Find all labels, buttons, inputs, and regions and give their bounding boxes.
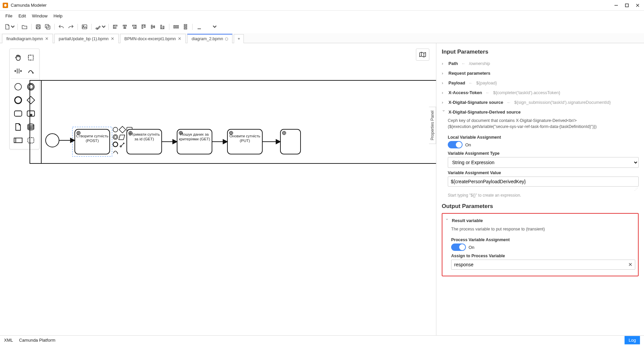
chevron-down-icon: ›: [441, 110, 446, 114]
data-object-icon[interactable]: [13, 122, 23, 132]
tab-diagram2[interactable]: diagram_2.bpmn: [187, 34, 232, 43]
tab-label: BPMN-docx-excerpt1.bpmn: [124, 37, 176, 41]
undo-button[interactable]: [57, 23, 65, 30]
status-bar: XML Camunda Platform Log: [0, 335, 644, 345]
svg-rect-5: [37, 25, 39, 26]
svg-rect-23: [144, 25, 145, 27]
svg-point-43: [15, 97, 21, 104]
minimap-toggle-button[interactable]: [416, 49, 429, 61]
param-name: X-Access-Token: [448, 90, 482, 95]
save-button[interactable]: [34, 23, 42, 30]
param-value: ${completer('taskId').accessToken}: [493, 90, 560, 95]
variable-assignment-type-select[interactable]: String or Expression: [448, 157, 639, 168]
task-icon[interactable]: [13, 109, 23, 118]
tab-finalkdiagram[interactable]: finalkdiagram.bpmn ✕: [2, 34, 53, 43]
arrow-left-icon: ←: [469, 80, 473, 85]
start-event-icon[interactable]: [13, 82, 23, 91]
chevron-down-icon: ›: [445, 219, 450, 223]
align-left-button[interactable]: [111, 23, 119, 30]
clear-input-icon[interactable]: ✕: [628, 262, 633, 268]
svg-rect-33: [184, 24, 187, 25]
assign-to-process-variable-label: Assign to Process Variable: [451, 254, 635, 258]
svg-rect-60: [119, 126, 126, 133]
tab-close-icon[interactable]: ✕: [178, 36, 181, 41]
svg-rect-7: [45, 24, 49, 28]
tab-close-icon[interactable]: ✕: [111, 36, 114, 41]
result-description: The process variable to put response to …: [445, 225, 635, 235]
menu-window[interactable]: Window: [29, 12, 50, 20]
param-value: ${sign_submission('taskId').signatureDoc…: [514, 100, 611, 105]
tab-bpmn-docx[interactable]: BPMN-docx-excerpt1.bpmn ✕: [120, 34, 186, 43]
arrow-left-icon: ←: [461, 61, 466, 66]
param-x-access-token[interactable]: › X-Access-Token ← ${completer('taskId')…: [442, 88, 639, 97]
global-connect-tool-icon[interactable]: [26, 66, 36, 76]
align-top-button[interactable]: [140, 23, 148, 30]
local-variable-assignment-toggle[interactable]: [448, 141, 463, 148]
tab-strip: finalkdiagram.bpmn ✕ partialUpdate_bp (1…: [0, 33, 644, 43]
align-middle-button[interactable]: [149, 23, 157, 30]
distribute-h-button[interactable]: [172, 23, 180, 30]
chevron-right-icon: ›: [442, 90, 446, 95]
window-minimize-button[interactable]: [614, 3, 619, 8]
svg-rect-32: [177, 25, 178, 28]
svg-rect-51: [14, 138, 22, 143]
open-file-button[interactable]: [20, 23, 29, 30]
status-xml-button[interactable]: XML: [4, 338, 13, 343]
redo-button[interactable]: [67, 23, 75, 30]
svg-rect-29: [163, 26, 164, 28]
tab-close-icon[interactable]: ✕: [45, 36, 49, 41]
svg-point-62: [113, 135, 118, 139]
param-payload[interactable]: › Payload ← ${payload}: [442, 78, 639, 88]
tab-label: finalkdiagram.bpmn: [6, 37, 43, 41]
expression-hint: Start typing "${}" to create an expressi…: [448, 193, 639, 198]
image-button[interactable]: [80, 23, 89, 30]
param-x-digital-signature-source[interactable]: › X-Digital-Signature source ← ${sign_su…: [442, 97, 639, 107]
color-dropdown-icon[interactable]: [102, 23, 106, 30]
tab-label: diagram_2.bpmn: [192, 37, 223, 41]
param-x-digital-signature-derived[interactable]: › X-Digital-Signature-Derived source: [442, 107, 639, 117]
variable-assignment-value-input[interactable]: [448, 177, 639, 187]
deploy-button[interactable]: [195, 23, 203, 30]
param-request-parameters[interactable]: › Request parameters: [442, 68, 639, 78]
tab-new-button[interactable]: +: [234, 34, 244, 43]
canvas[interactable]: Properties Panel Створити сутність (POST…: [0, 43, 436, 335]
svg-rect-35: [184, 28, 187, 29]
lasso-tool-icon[interactable]: [26, 53, 36, 62]
textarea-resize-handle[interactable]: ⋰: [442, 187, 639, 192]
end-event-icon[interactable]: [13, 95, 23, 105]
menu-bar: File Edit Window Help: [0, 11, 644, 22]
tab-partialupdate[interactable]: partialUpdate_bp (1).bpmn ✕: [54, 34, 119, 43]
svg-point-11: [96, 28, 97, 29]
toggle-state-label: On: [469, 245, 474, 250]
window-close-button[interactable]: [635, 3, 640, 8]
new-file-dropdown-icon[interactable]: [11, 23, 15, 30]
window-maximize-button[interactable]: [625, 3, 629, 8]
param-result-variable[interactable]: › Result variable: [445, 216, 635, 225]
menu-help[interactable]: Help: [51, 12, 65, 20]
menu-edit[interactable]: Edit: [16, 12, 29, 20]
align-center-h-button[interactable]: [121, 23, 129, 30]
align-bottom-button[interactable]: [158, 23, 166, 30]
svg-rect-14: [114, 27, 116, 28]
distribute-v-button[interactable]: [181, 23, 190, 30]
param-value: /ownership: [469, 61, 490, 66]
menu-file[interactable]: File: [3, 12, 15, 20]
status-platform-button[interactable]: Camunda Platform: [19, 338, 55, 343]
run-dropdown-icon[interactable]: [213, 23, 217, 30]
align-right-button[interactable]: [130, 23, 138, 30]
svg-rect-37: [29, 55, 34, 60]
process-variable-assignment-toggle[interactable]: [451, 244, 466, 251]
assign-to-process-variable-input[interactable]: [451, 260, 635, 270]
space-tool-icon[interactable]: [13, 66, 23, 76]
log-button[interactable]: Log: [625, 336, 640, 344]
bpmn-diagram[interactable]: Створити сутність (POST): [30, 80, 436, 164]
task-create-label: Створити сутність (POST): [76, 134, 109, 143]
param-path[interactable]: › Path ← /ownership: [442, 59, 639, 68]
hand-tool-icon[interactable]: [13, 53, 23, 62]
participant-icon[interactable]: [13, 136, 23, 145]
run-button[interactable]: [205, 23, 213, 30]
save-all-button[interactable]: [44, 23, 52, 30]
svg-rect-6: [37, 27, 40, 29]
svg-point-54: [46, 134, 59, 147]
task-put-label: Оновити сутність (PUT): [228, 134, 261, 143]
